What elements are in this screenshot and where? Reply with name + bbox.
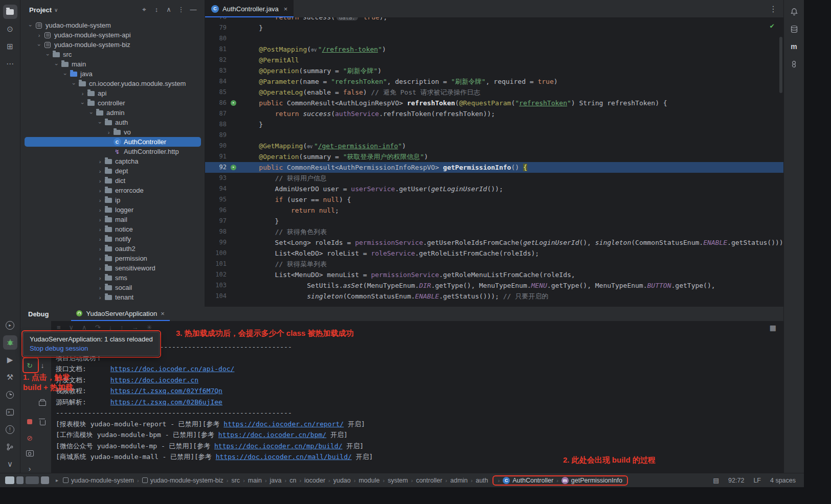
- open-in-http-client-icon[interactable]: ⊕∨: [307, 143, 312, 149]
- breadcrumb-yudao-module-system-biz[interactable]: yudao-module-system-biz: [142, 477, 223, 484]
- tree-chevron-icon[interactable]: ›: [27, 22, 34, 29]
- notifications-bell-icon[interactable]: [787, 5, 801, 19]
- debug-console[interactable]: ----------------------------------------…: [52, 341, 783, 473]
- tree-item-java[interactable]: ›java: [25, 69, 201, 79]
- tree-item-ip[interactable]: ›ip: [25, 195, 201, 205]
- tree-item-socail[interactable]: ›socail: [25, 283, 201, 292]
- breadcrumb-AuthController[interactable]: CAuthController: [503, 477, 553, 484]
- tree-item-mail[interactable]: ›mail: [25, 215, 201, 224]
- more-tools-icon[interactable]: ⋯: [3, 57, 17, 71]
- tree-item-yudao-module-system-api[interactable]: ›yudao-module-system-api: [25, 30, 201, 40]
- breadcrumb-getPermissionInfo[interactable]: mgetPermissionInfo: [562, 477, 622, 484]
- spring-mapping-gutter-icon[interactable]: ▸: [231, 100, 236, 106]
- layout-settings-icon[interactable]: ▦: [770, 324, 776, 332]
- tree-item-admin[interactable]: ›admin: [25, 108, 201, 118]
- breadcrumb-controller[interactable]: controller: [416, 477, 442, 484]
- hide-panel-icon[interactable]: —: [187, 4, 199, 16]
- tree-item-sms[interactable]: ›sms: [25, 273, 201, 283]
- locate-file-icon[interactable]: ⌖: [138, 4, 150, 16]
- play-icon[interactable]: ▶: [3, 353, 17, 367]
- collapse-all-icon[interactable]: ∧: [163, 4, 175, 16]
- tree-chevron-icon[interactable]: ›: [96, 217, 104, 223]
- tree-chevron-icon[interactable]: ›: [96, 246, 104, 252]
- tree-chevron-icon[interactable]: ›: [105, 129, 113, 135]
- console-link[interactable]: https://doc.iocoder.cn/mall/build/: [216, 453, 352, 461]
- breadcrumb-yudao-module-system[interactable]: yudao-module-system: [63, 477, 134, 484]
- cursor-position[interactable]: 92:72: [728, 477, 744, 484]
- chevron-down-icon[interactable]: ∨: [3, 457, 17, 471]
- tree-chevron-icon[interactable]: ›: [96, 188, 104, 194]
- tree-chevron-icon[interactable]: ›: [96, 207, 104, 213]
- git-icon[interactable]: [3, 440, 17, 454]
- breadcrumb-main[interactable]: main: [248, 477, 262, 484]
- tree-item-captcha[interactable]: ›captcha: [25, 156, 201, 166]
- stop-icon[interactable]: [24, 416, 35, 427]
- build-icon[interactable]: ⚒: [3, 370, 17, 384]
- tree-item-dept[interactable]: ›dept: [25, 166, 201, 176]
- tab-options-icon[interactable]: ⋮: [769, 4, 777, 14]
- tree-chevron-icon[interactable]: ›: [53, 61, 60, 67]
- tree-chevron-icon[interactable]: ›: [96, 236, 104, 242]
- project-folder-icon[interactable]: [3, 5, 17, 19]
- database-icon[interactable]: [787, 22, 801, 36]
- tree-item-src[interactable]: ›src: [25, 50, 201, 59]
- debug-window-icon[interactable]: [3, 335, 17, 350]
- tree-item-controller[interactable]: ›controller: [25, 98, 201, 108]
- tree-chevron-icon[interactable]: ›: [96, 265, 104, 271]
- console-link[interactable]: https://t.zsxq.com/02B6ujIee: [110, 398, 222, 406]
- tree-chevron-icon[interactable]: ›: [96, 294, 104, 301]
- tree-chevron-icon[interactable]: ›: [96, 178, 104, 184]
- line-separator[interactable]: LF: [753, 477, 761, 484]
- inspection-ok-icon[interactable]: ✔: [770, 21, 774, 30]
- tree-chevron-icon[interactable]: ›: [61, 71, 69, 77]
- tree-item-notice[interactable]: ›notice: [25, 224, 201, 234]
- tree-item-permission[interactable]: ›permission: [25, 254, 201, 263]
- tree-item-tenant[interactable]: ›tenant: [25, 292, 201, 302]
- tree-chevron-icon[interactable]: ›: [79, 90, 86, 97]
- expand-all-icon[interactable]: ↕: [150, 4, 163, 16]
- tree-item-AuthController.http[interactable]: ↯AuthController.http: [25, 147, 201, 156]
- tree-item-oauth2[interactable]: ›oauth2: [25, 244, 201, 254]
- problems-icon[interactable]: !: [3, 422, 17, 437]
- dependencies-icon[interactable]: [787, 57, 801, 71]
- spring-mapping-gutter-icon[interactable]: ▸: [231, 165, 236, 170]
- indent-setting[interactable]: 4 spaces: [770, 477, 796, 484]
- tree-item-AuthController[interactable]: CAuthController: [25, 137, 201, 147]
- maven-icon[interactable]: m: [787, 39, 801, 54]
- tree-item-logger[interactable]: ›logger: [25, 205, 201, 215]
- editor-tab-authcontroller[interactable]: C AuthController.java ×: [205, 0, 294, 17]
- tree-item-main[interactable]: ›main: [25, 59, 201, 69]
- breadcrumb-auth[interactable]: auth: [476, 477, 488, 484]
- tree-item-api[interactable]: ›api: [25, 88, 201, 98]
- breadcrumb-module[interactable]: module: [358, 477, 379, 484]
- screenshot-icon[interactable]: [24, 448, 35, 459]
- terminal-icon[interactable]: >_: [3, 405, 17, 419]
- tree-chevron-icon[interactable]: ›: [79, 100, 86, 106]
- tree-chevron-icon[interactable]: ›: [96, 256, 104, 262]
- breadcrumb-iocoder[interactable]: iocoder: [304, 477, 325, 484]
- mute-breakpoints-icon[interactable]: ⊘: [24, 432, 35, 444]
- trash-icon[interactable]: [37, 416, 48, 427]
- tree-chevron-icon[interactable]: ›: [35, 32, 43, 38]
- tree-item-sensitiveword[interactable]: ›sensitiveword: [25, 263, 201, 273]
- breadcrumb-system[interactable]: system: [388, 477, 408, 484]
- tree-chevron-icon[interactable]: ›: [96, 285, 104, 291]
- console-link[interactable]: https://doc.iocoder.cn/api-doc/: [110, 365, 235, 373]
- tree-chevron-icon[interactable]: ›: [35, 42, 43, 48]
- breadcrumb-admin[interactable]: admin: [450, 477, 467, 484]
- tree-item-yudao-module-system-biz[interactable]: ›yudao-module-system-biz: [25, 40, 201, 50]
- breadcrumb-yudao[interactable]: yudao: [333, 477, 351, 484]
- editor-scrollbar[interactable]: [779, 37, 782, 93]
- console-link[interactable]: https://t.zsxq.com/02Yf6M7Qn: [110, 387, 222, 395]
- tree-item-yudao-module-system[interactable]: ›yudao-module-system: [25, 20, 201, 30]
- tree-chevron-icon[interactable]: ›: [96, 158, 104, 165]
- tree-chevron-icon[interactable]: ›: [44, 52, 52, 58]
- run-window-icon[interactable]: ▸: [3, 318, 17, 332]
- tree-item-cn.iocoder.yudao.module.system[interactable]: ›cn.iocoder.yudao.module.system: [25, 79, 201, 88]
- open-in-http-client-icon[interactable]: ⊕∨: [311, 47, 317, 53]
- tree-item-vo[interactable]: ›vo: [25, 127, 201, 137]
- chevron-down-icon[interactable]: ∨: [54, 7, 58, 13]
- debug-session-tab[interactable]: YudaoServerApplication ×: [71, 307, 169, 321]
- tree-chevron-icon[interactable]: ›: [96, 275, 104, 281]
- tree-item-notify[interactable]: ›notify: [25, 234, 201, 244]
